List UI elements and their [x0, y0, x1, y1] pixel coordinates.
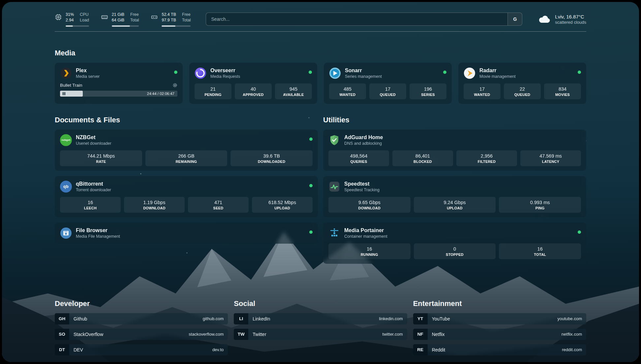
bookmark-github[interactable]: GH Github github.com — [55, 313, 228, 324]
disk-total: 97.9 TB — [162, 17, 176, 23]
app-card-qbittorrent[interactable]: qb qBittorrent Torrent downloader 16 LEE… — [55, 176, 318, 217]
app-desc: Media Requests — [210, 74, 240, 79]
bookmark-linkedin[interactable]: LI LinkedIn linkedin.com — [234, 313, 407, 324]
app-name: Plex — [76, 67, 100, 74]
disk-stat: 52.4 TB 97.9 TB Free Total — [151, 12, 191, 27]
status-badge — [443, 71, 446, 74]
app-desc: Torrent downloader — [76, 188, 111, 192]
portainer-icon — [328, 227, 340, 239]
app-card-plex[interactable]: Plex Media server Bullet Train — [55, 63, 183, 104]
section-developer: Developer GH Github github.com SO StackO… — [55, 299, 228, 355]
app-card-nzbget[interactable]: nzbget NZBGet Usenet downloader 744.21 M… — [55, 130, 318, 171]
app-name: File Browser — [76, 227, 120, 233]
sonarr-icon — [329, 67, 341, 79]
entertainment-section-title: Entertainment — [413, 299, 586, 308]
bookmark-netflix[interactable]: NF Netflix netflix.com — [413, 329, 586, 340]
app-card-speedtest[interactable]: Speedtest Speedtest Tracking 9.65 Gbps D… — [323, 176, 586, 217]
bookmark-badge: DT — [55, 344, 69, 355]
stat-box: 22 QUEUED — [504, 83, 541, 99]
app-card-portainer[interactable]: Media Portainer Container management 16 … — [323, 223, 586, 264]
status-badge — [309, 137, 313, 141]
stat-box: 266 GB REMAINING — [145, 150, 228, 166]
adguard-icon — [328, 134, 340, 146]
ram-total: 64 GiB — [112, 17, 124, 23]
media-section-title: Media — [55, 49, 586, 57]
overseerr-icon — [195, 67, 206, 79]
ram-stat: 21 GiB 64 GiB Free Total — [101, 12, 139, 27]
search-input[interactable] — [206, 13, 507, 25]
ram-progress-bar — [112, 25, 139, 27]
topbar-divider — [55, 31, 586, 32]
disk-total-label: Total — [182, 17, 191, 23]
stat-box: 17 QUEUED — [369, 83, 406, 99]
bookmark-twitter[interactable]: TW Twitter twitter.com — [234, 329, 407, 340]
app-name: NZBGet — [76, 134, 111, 140]
stat-box: 9.24 Gbps UPLOAD — [414, 197, 496, 213]
bookmark-youtube[interactable]: YT YouTube youtube.com — [413, 313, 586, 324]
disk-icon — [151, 14, 158, 21]
bookmark-stackoverflow[interactable]: SO StackOverflow stackoverflow.com — [55, 329, 228, 340]
section-social: Social LI LinkedIn linkedin.com TW Twitt… — [234, 299, 407, 340]
disk-free-label: Free — [182, 12, 191, 17]
stat-box: 498,564 QUERIES — [328, 150, 389, 166]
playback-progress-bar[interactable]: 24:44 / 02:06:47 — [60, 91, 177, 97]
bookmark-badge: SO — [55, 329, 69, 340]
stat-box: 945 AVAILABLE — [275, 83, 312, 99]
cpu-load-label: Load — [80, 17, 89, 23]
cpu-stat-body: 31% 2.94 CPU Load — [66, 12, 89, 27]
app-card-sonarr[interactable]: Sonarr Series management 485 WANTED 17 Q… — [324, 63, 452, 104]
radarr-icon — [464, 67, 475, 79]
pause-icon[interactable] — [63, 92, 65, 95]
app-card-radarr[interactable]: Radarr Movie management 17 WANTED 22 QUE… — [458, 63, 586, 104]
bookmark-reddit[interactable]: RE Reddit reddit.com — [413, 344, 586, 355]
stat-box: 0.993 ms PING — [499, 197, 581, 213]
status-badge — [309, 71, 312, 74]
ram-progress-fill — [112, 25, 130, 27]
search-bar[interactable]: G — [206, 13, 522, 26]
stat-box: 86,401 BLOCKED — [392, 150, 453, 166]
cpu-load: 2.94 — [66, 17, 74, 23]
bookmark-dev[interactable]: DT DEV dev.to — [55, 344, 228, 355]
stat-box: 0 STOPPED — [414, 243, 496, 259]
top-bar: 31% 2.94 CPU Load — [55, 12, 586, 27]
weather-widget: Lviv, 16.87°C scattered clouds — [537, 14, 586, 25]
stat-box: 2,956 FILTERED — [456, 150, 517, 166]
search-engine-button[interactable]: G — [507, 13, 522, 25]
bookmark-badge: LI — [234, 313, 248, 324]
documents-section-title: Documents & Files — [55, 116, 318, 124]
utilities-section-title: Utilities — [323, 116, 586, 124]
cpu-label: CPU — [80, 12, 89, 17]
stat-box: 16 LEECH — [60, 197, 121, 213]
nzbget-icon: nzbget — [60, 134, 72, 146]
stat-box: 196 SERIES — [410, 83, 446, 99]
stat-box: 834 MOVIES — [544, 83, 581, 99]
stat-box: 47.569 ms LATENCY — [520, 150, 581, 166]
social-section-title: Social — [234, 299, 407, 308]
app-card-adguard[interactable]: AdGuard Home DNS and adblocking 498,564 … — [323, 130, 586, 171]
ram-free-label: Free — [130, 12, 139, 17]
bookmark-badge: RE — [413, 344, 428, 355]
developer-section-title: Developer — [55, 299, 228, 308]
ram-stat-body: 21 GiB 64 GiB Free Total — [112, 12, 139, 27]
cloud-icon — [537, 15, 551, 23]
app-name: Media Portainer — [344, 227, 387, 233]
status-badge — [174, 71, 177, 74]
cpu-progress-bar — [66, 25, 89, 27]
app-desc: DNS and adblocking — [344, 141, 383, 146]
dashboard-content: 31% 2.94 CPU Load — [2, 2, 639, 362]
ram-free: 21 GiB — [112, 12, 124, 17]
app-desc: Usenet downloader — [76, 141, 111, 146]
app-desc: Media server — [76, 74, 100, 79]
stat-box: 744.21 Mbps RATE — [60, 150, 142, 166]
stat-box: 16 RUNNING — [328, 243, 411, 259]
app-card-filebrowser[interactable]: File Browser Media File Management — [55, 223, 318, 244]
app-name: qBittorrent — [76, 181, 111, 187]
gear-icon[interactable] — [172, 83, 177, 88]
status-badge — [578, 71, 581, 74]
app-desc: Movie management — [479, 74, 516, 79]
now-playing-title: Bullet Train — [60, 83, 82, 88]
stat-box: 471 SEED — [188, 197, 249, 213]
app-card-overseerr[interactable]: Overseerr Media Requests 21 PENDING 40 A… — [189, 63, 317, 104]
bookmark-badge: NF — [413, 329, 428, 340]
qbittorrent-icon: qb — [60, 181, 72, 193]
